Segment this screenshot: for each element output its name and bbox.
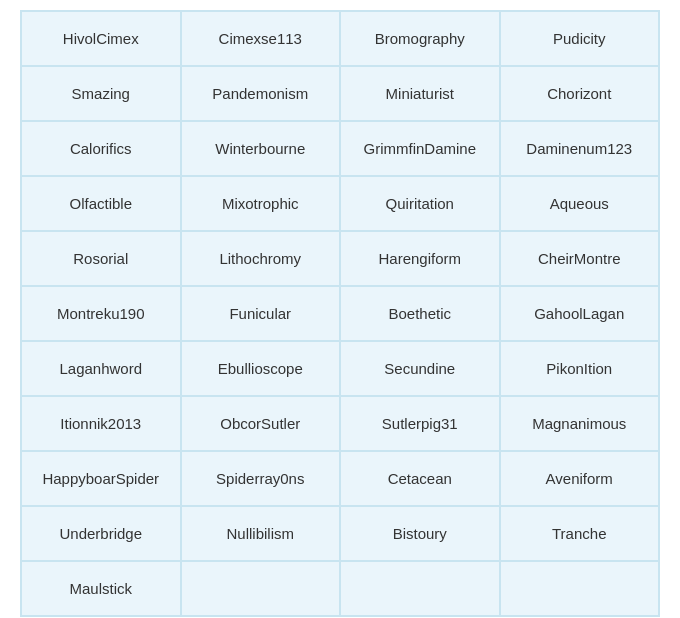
grid-item[interactable]: Spiderray0ns <box>181 451 341 506</box>
grid-item[interactable] <box>340 561 500 616</box>
grid-item[interactable]: Chorizont <box>500 66 660 121</box>
grid-item[interactable]: Boethetic <box>340 286 500 341</box>
grid-item[interactable]: Magnanimous <box>500 396 660 451</box>
grid-item[interactable]: Maulstick <box>21 561 181 616</box>
grid-item[interactable]: HivolCimex <box>21 11 181 66</box>
grid-item[interactable]: Daminenum123 <box>500 121 660 176</box>
grid-item[interactable]: Bromography <box>340 11 500 66</box>
grid-item[interactable]: Itionnik2013 <box>21 396 181 451</box>
grid-item[interactable]: Olfactible <box>21 176 181 231</box>
grid-item[interactable]: Nullibilism <box>181 506 341 561</box>
grid-item[interactable]: Rosorial <box>21 231 181 286</box>
grid-item[interactable]: Harengiform <box>340 231 500 286</box>
grid-item[interactable] <box>181 561 341 616</box>
grid-item[interactable]: Winterbourne <box>181 121 341 176</box>
grid-item[interactable]: Quiritation <box>340 176 500 231</box>
grid-item[interactable]: Laganhword <box>21 341 181 396</box>
grid-item[interactable]: Smazing <box>21 66 181 121</box>
grid-item[interactable]: GahoolLagan <box>500 286 660 341</box>
grid-item[interactable]: Secundine <box>340 341 500 396</box>
grid-item[interactable]: Sutlerpig31 <box>340 396 500 451</box>
names-grid: HivolCimexCimexse113BromographyPudicityS… <box>20 10 660 617</box>
grid-item[interactable]: Cetacean <box>340 451 500 506</box>
grid-item[interactable]: Tranche <box>500 506 660 561</box>
grid-item[interactable]: Bistoury <box>340 506 500 561</box>
grid-item[interactable]: Pandemonism <box>181 66 341 121</box>
grid-item[interactable]: Cimexse113 <box>181 11 341 66</box>
grid-item[interactable]: Mixotrophic <box>181 176 341 231</box>
grid-item[interactable]: CheirMontre <box>500 231 660 286</box>
grid-item[interactable]: ObcorSutler <box>181 396 341 451</box>
grid-item[interactable]: Miniaturist <box>340 66 500 121</box>
grid-item[interactable]: Ebullioscope <box>181 341 341 396</box>
grid-item[interactable]: Montreku190 <box>21 286 181 341</box>
grid-item[interactable]: PikonItion <box>500 341 660 396</box>
grid-item[interactable]: Underbridge <box>21 506 181 561</box>
grid-item[interactable]: Aqueous <box>500 176 660 231</box>
grid-item[interactable]: Lithochromy <box>181 231 341 286</box>
grid-item[interactable]: Calorifics <box>21 121 181 176</box>
grid-item[interactable]: Pudicity <box>500 11 660 66</box>
grid-item[interactable]: Funicular <box>181 286 341 341</box>
grid-item[interactable]: GrimmfinDamine <box>340 121 500 176</box>
grid-item[interactable]: HappyboarSpider <box>21 451 181 506</box>
grid-item[interactable] <box>500 561 660 616</box>
grid-item[interactable]: Aveniform <box>500 451 660 506</box>
